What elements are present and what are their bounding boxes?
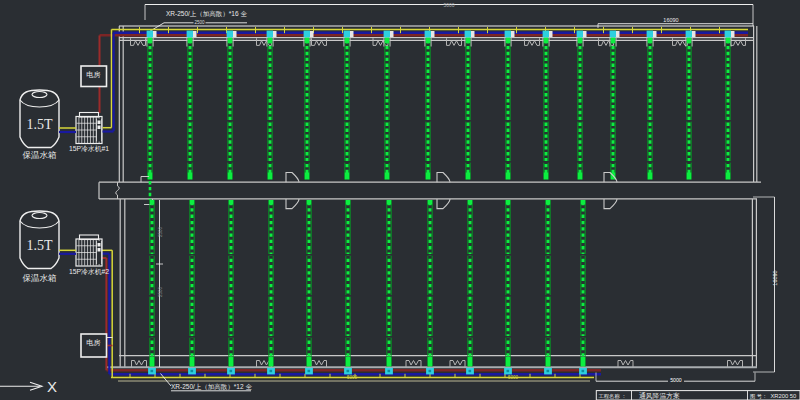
svg-text:16090: 16090 bbox=[663, 17, 678, 23]
svg-text:15P冷水机#2: 15P冷水机#2 bbox=[69, 268, 109, 275]
svg-text:保温水箱: 保温水箱 bbox=[23, 150, 58, 160]
svg-text:XR200 50: XR200 50 bbox=[771, 393, 797, 399]
svg-text:5000: 5000 bbox=[443, 2, 454, 8]
svg-text:15P冷水机#1: 15P冷水机#1 bbox=[69, 145, 109, 152]
svg-text:16090: 16090 bbox=[772, 270, 778, 285]
svg-text:电房: 电房 bbox=[86, 338, 100, 347]
svg-text:电房: 电房 bbox=[86, 70, 100, 79]
svg-text:2500: 2500 bbox=[194, 20, 205, 25]
svg-text:工程名称 ：: 工程名称 ： bbox=[599, 393, 627, 400]
svg-text:XR-250/上（加高散）*12 全: XR-250/上（加高散）*12 全 bbox=[171, 383, 252, 391]
svg-text:5000: 5000 bbox=[508, 375, 519, 380]
svg-text:保温水箱: 保温水箱 bbox=[23, 273, 58, 283]
svg-text:图 号：: 图 号： bbox=[750, 393, 767, 400]
svg-text:5000: 5000 bbox=[670, 377, 682, 383]
svg-text:1.5T: 1.5T bbox=[26, 117, 53, 132]
svg-text:X: X bbox=[47, 378, 57, 395]
svg-text:5000: 5000 bbox=[347, 375, 358, 380]
svg-text:1.5T: 1.5T bbox=[26, 238, 53, 253]
svg-text:XR-250/上（加高散）*16 全: XR-250/上（加高散）*16 全 bbox=[166, 10, 247, 18]
svg-text:通风降温方案: 通风降温方案 bbox=[639, 391, 680, 400]
svg-text:2500: 2500 bbox=[158, 226, 163, 237]
svg-text:2500: 2500 bbox=[158, 286, 163, 297]
